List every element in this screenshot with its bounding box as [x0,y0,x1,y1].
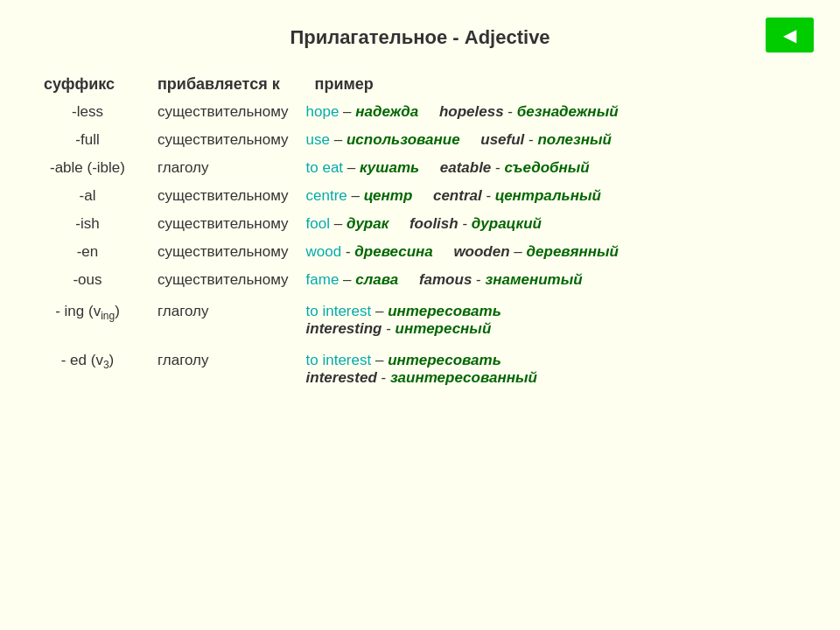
example-cell-multiline: to interest – интересоватьinteresting - … [298,294,814,343]
adds-to-cell: существительному [149,238,298,266]
example-cell: centre – центр central - центральный [298,182,814,210]
table-row: -able (-ible)глаголуto eat – кушать eata… [26,154,814,182]
example-cell: use – использование useful - полезный [298,126,814,154]
adds-to-cell: существительному [149,126,298,154]
adds-to-cell-multiline: глаголу [149,294,298,343]
adds-to-cell: существительному [149,98,298,126]
suffix-cell: -able (-ible) [26,154,149,182]
table-row: -enсуществительномуwood - древесина wood… [26,238,814,266]
example-cell: fool – дурак foolish - дурацкий [298,210,814,238]
suffix-cell: -full [26,126,149,154]
suffix-cell-multiline: - ed (v3) [26,343,149,392]
table-row: -lessсуществительномуhope – надежда hope… [26,98,814,126]
table-row-multiline: - ing (ving)глаголуto interest – интерес… [26,294,814,343]
example-cell-multiline: to interest – интересоватьinterested - з… [298,343,814,392]
col-header-example: пример [298,71,814,98]
adds-to-cell-multiline: глаголу [149,343,298,392]
page-title: Прилагательное - Adjective [26,26,814,49]
adds-to-cell: существительному [149,210,298,238]
table-row: -fullсуществительномуuse – использование… [26,126,814,154]
main-table: суффикс прибавляется к пример -lessсущес… [26,71,814,392]
back-button[interactable] [766,18,814,52]
suffix-cell: -al [26,182,149,210]
example-cell: hope – надежда hopeless - безнадежный [298,98,814,126]
col-header-adds-to: прибавляется к [149,71,298,98]
example-cell: fame – слава famous - знаменитый [298,266,814,294]
adds-to-cell: существительному [149,266,298,294]
table-row-multiline: - ed (v3)глаголуto interest – интересова… [26,343,814,392]
example-cell: to eat – кушать eatable - съедобный [298,154,814,182]
table-row: -alсуществительномуcentre – центр centra… [26,182,814,210]
page: Прилагательное - Adjective суффикс приба… [0,0,840,630]
suffix-cell: -en [26,238,149,266]
adds-to-cell: существительному [149,182,298,210]
suffix-cell: -ish [26,210,149,238]
example-cell: wood - древесина wooden – деревянный [298,238,814,266]
table-row: -ousсуществительномуfame – слава famous … [26,266,814,294]
suffix-cell: -ous [26,266,149,294]
suffix-cell: -less [26,98,149,126]
suffix-cell-multiline: - ing (ving) [26,294,149,343]
table-row: -ishсуществительномуfool – дурак foolish… [26,210,814,238]
col-header-suffix: суффикс [26,71,149,98]
adds-to-cell: глаголу [149,154,298,182]
